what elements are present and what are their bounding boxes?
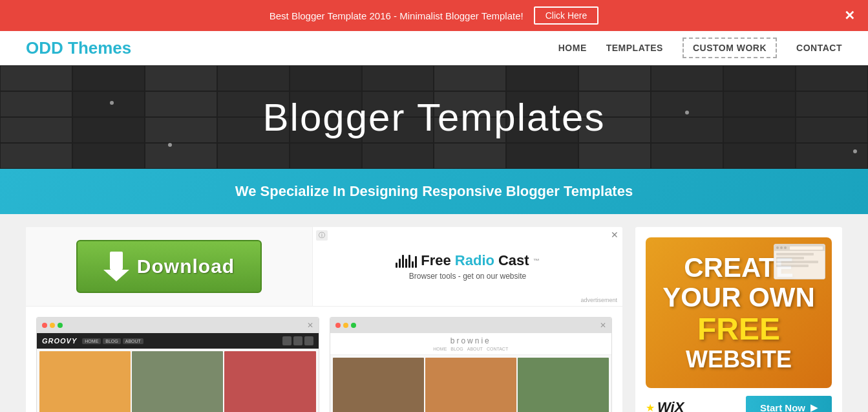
hero-dot (853, 149, 857, 153)
close-dot (335, 323, 341, 328)
nav-item-contact[interactable]: CONTACT (796, 43, 842, 53)
logo-odd: ODD (26, 38, 63, 58)
radio-waves-icon (396, 254, 417, 268)
nav-item-templates[interactable]: TEMPLATES (606, 43, 663, 53)
right-column: CREATE YOUR OWN FREE WEBSITE ★ WiX Start… (635, 227, 842, 412)
wix-star-icon: ★ (646, 402, 655, 412)
navigation: HOME TEMPLATES CUSTOM WORK CONTACT (558, 38, 842, 58)
radio-logo: FreeRadioCast™ (396, 252, 539, 269)
subheader-text: We Specialize In Designing Responsive Bl… (26, 183, 842, 200)
logo-themes-text: Themes (68, 38, 131, 58)
download-label: Download (137, 255, 235, 277)
click-here-button[interactable]: Click Here (534, 6, 599, 25)
social-icon (282, 336, 291, 345)
arrow-right-icon: ▶ (810, 402, 818, 412)
radio-ad-content: FreeRadioCast™ Browser tools - get on ou… (396, 252, 539, 281)
brownie-image-3 (518, 358, 609, 412)
hero-dot (168, 143, 172, 147)
groovy-image-3 (224, 351, 315, 412)
browser-dot (776, 246, 779, 249)
minimize-dot (50, 323, 55, 328)
browser-toolbar (774, 244, 825, 251)
template-preview-brownie[interactable]: ✕ brownie HOME BLOG ABOUT CONTACT (330, 317, 613, 412)
maximize-dot (58, 323, 63, 328)
main-content: Download ⓘ ✕ (0, 214, 868, 412)
wix-logo: ★ WiX (646, 399, 684, 412)
wix-create-banner: CREATE YOUR OWN FREE WEBSITE (646, 237, 832, 388)
logo[interactable]: ODD Themes (26, 38, 131, 58)
social-icon (293, 336, 302, 345)
download-button[interactable]: Download (76, 240, 262, 293)
advertisement-label: advertisement (580, 297, 617, 303)
groovy-header: GROOVY HOME BLOG ABOUT (37, 333, 319, 349)
wix-advertisement: CREATE YOUR OWN FREE WEBSITE ★ WiX Start… (635, 227, 842, 412)
maximize-dot (351, 323, 356, 328)
preview-titlebar-brownie: ✕ (330, 318, 612, 333)
preview-traffic-lights (42, 323, 63, 328)
brownie-nav: HOME BLOG ABOUT CONTACT (335, 347, 607, 351)
template-previews: ✕ GROOVY HOME BLOG ABOUT (26, 307, 622, 412)
groovy-title: GROOVY (42, 337, 77, 345)
browser-mockup (774, 244, 825, 279)
start-now-label: Start Now (760, 402, 805, 412)
groovy-nav: HOME BLOG ABOUT (82, 338, 143, 344)
groovy-images (37, 349, 319, 412)
brownie-image-2: GIRL SITTING EQUIPPED WITH JEWELLERY (425, 358, 516, 412)
brownie-image-1 (333, 358, 424, 412)
free-text: Free (421, 252, 450, 269)
radio-text: Radio (455, 252, 494, 269)
banner-text: Best Blogger Template 2016 - Minimalist … (270, 10, 524, 21)
browser-dot (780, 246, 783, 249)
banner-close-icon[interactable]: ✕ (844, 8, 855, 23)
preview-traffic-lights (335, 323, 356, 328)
wix-logo-text: WiX (657, 399, 684, 412)
subheader: We Specialize In Designing Responsive Bl… (0, 169, 868, 214)
browser-url-bar (790, 246, 823, 250)
cast-text: Cast (498, 252, 529, 269)
hero-title: Blogger Templates (263, 95, 606, 140)
groovy-social-icons (282, 336, 313, 345)
ad-info-icon: ⓘ (316, 230, 328, 241)
nav-item-custom-work[interactable]: CUSTOM WORK (683, 38, 777, 58)
browser-content (774, 251, 825, 279)
wix-footer: ★ WiX Start Now ▶ (646, 396, 832, 412)
hero-dot (110, 101, 114, 105)
template-preview-groovy[interactable]: ✕ GROOVY HOME BLOG ABOUT (36, 317, 319, 412)
download-ad: Download (26, 227, 312, 306)
start-now-button[interactable]: Start Now ▶ (746, 396, 832, 412)
brownie-images: GIRL SITTING EQUIPPED WITH JEWELLERY (330, 355, 612, 412)
radio-ad-tagline: Browser tools - get on our website (396, 272, 539, 281)
preview-close-icon[interactable]: ✕ (307, 321, 313, 330)
header: ODD Themes HOME TEMPLATES CUSTOM WORK CO… (0, 31, 868, 65)
top-banner: Best Blogger Template 2016 - Minimalist … (0, 0, 868, 31)
hero-section: const grid = document.getElementById('he… (0, 65, 868, 169)
groovy-image-2 (132, 351, 223, 412)
left-column: Download ⓘ ✕ (26, 227, 622, 412)
brownie-header: brownie HOME BLOG ABOUT CONTACT (330, 333, 612, 355)
browser-dot (784, 246, 787, 249)
social-icon (304, 336, 313, 345)
brownie-preview-content: brownie HOME BLOG ABOUT CONTACT GIRL SIT… (330, 333, 612, 412)
groovy-image-1 (39, 351, 131, 412)
close-dot (42, 323, 47, 328)
nav-item-home[interactable]: HOME (558, 43, 587, 53)
preview-titlebar-groovy: ✕ (37, 318, 319, 333)
brownie-title: brownie (335, 336, 607, 345)
minimize-dot (343, 323, 348, 328)
preview-close-icon[interactable]: ✕ (600, 321, 606, 330)
radio-ad: ⓘ ✕ FreeRadioCast™ (312, 227, 622, 306)
download-arrow-icon (103, 252, 129, 281)
hero-dot (685, 111, 689, 114)
radio-ad-close-icon[interactable]: ✕ (611, 230, 619, 240)
ad-row: Download ⓘ ✕ (26, 227, 622, 307)
groovy-preview-content: GROOVY HOME BLOG ABOUT (37, 333, 319, 412)
